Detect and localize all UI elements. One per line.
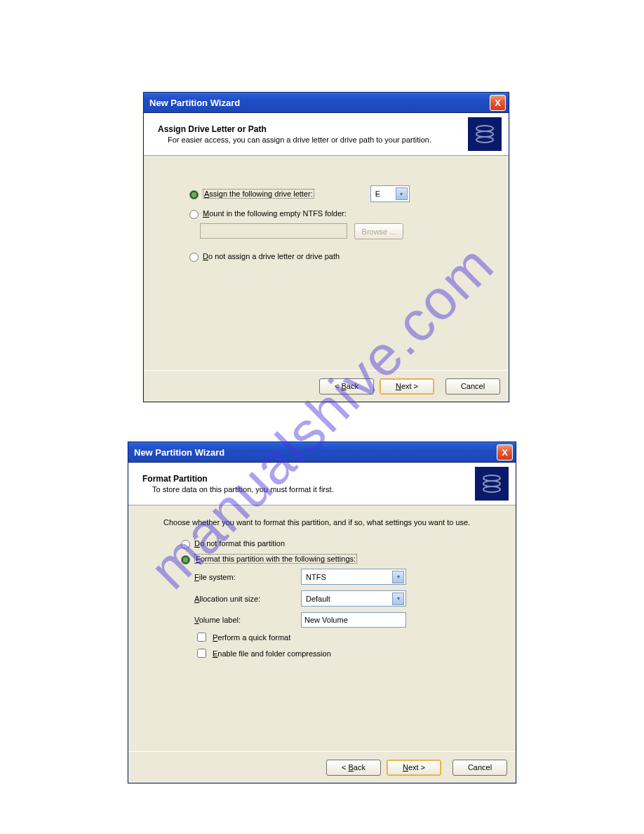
chevron-down-icon: ▾ xyxy=(392,593,404,605)
header-pane: Assign Drive Letter or Path For easier a… xyxy=(144,113,509,156)
filesystem-label: File system: xyxy=(194,573,293,581)
window-title: New Partition Wizard xyxy=(134,447,224,458)
body-pane: Assign the following drive letter: E ▾ M… xyxy=(144,156,509,370)
volume-label-input[interactable] xyxy=(301,612,406,628)
quick-format-checkbox[interactable]: Perform a quick format xyxy=(194,630,495,644)
page-title: Assign Drive Letter or Path xyxy=(158,124,468,134)
back-button[interactable]: < Back xyxy=(319,378,374,395)
radio-format-settings[interactable]: Format this partition with the following… xyxy=(177,553,495,564)
page-subtitle: For easier access, you can assign a driv… xyxy=(158,135,468,144)
close-icon[interactable]: X xyxy=(497,444,513,461)
button-row: < Back Next > Cancel xyxy=(144,370,509,402)
dialog-assign-drive-letter: New Partition Wizard X Assign Drive Lett… xyxy=(143,92,509,402)
body-pane: Choose whether you want to format this p… xyxy=(128,505,516,751)
back-button[interactable]: < Back xyxy=(326,760,381,776)
radio-mount-ntfs[interactable]: Mount in the following empty NTFS folder… xyxy=(186,208,488,219)
disk-icon xyxy=(468,117,502,151)
mount-path-input xyxy=(200,223,347,239)
page-subtitle: To store data on this partition, you mus… xyxy=(142,485,475,494)
filesystem-select[interactable]: NTFS ▾ xyxy=(301,569,406,585)
titlebar[interactable]: New Partition Wizard X xyxy=(144,93,509,113)
radio-no-format[interactable]: Do not format this partition xyxy=(177,538,495,549)
volume-label-label: Volume label: xyxy=(194,616,293,624)
chevron-down-icon: ▾ xyxy=(396,187,408,200)
close-icon[interactable]: X xyxy=(490,95,506,111)
dialog-format-partition: New Partition Wizard X Format Partition … xyxy=(128,442,516,783)
header-pane: Format Partition To store data on this p… xyxy=(128,463,516,505)
drive-letter-select[interactable]: E ▾ xyxy=(370,185,410,202)
svg-point-0 xyxy=(476,126,493,131)
next-button[interactable]: Next > xyxy=(380,378,434,395)
window-title: New Partition Wizard xyxy=(149,98,240,108)
svg-point-5 xyxy=(483,486,500,492)
radio-assign-letter[interactable]: Assign the following drive letter: xyxy=(186,188,314,199)
next-button[interactable]: Next > xyxy=(387,760,441,776)
radio-no-assign[interactable]: Do not assign a drive letter or drive pa… xyxy=(186,251,488,262)
svg-point-1 xyxy=(476,131,493,137)
allocation-label: Allocation unit size: xyxy=(194,595,293,603)
cancel-button[interactable]: Cancel xyxy=(452,760,507,776)
disk-icon xyxy=(475,467,509,501)
compression-checkbox[interactable]: Enable file and folder compression xyxy=(194,647,495,660)
chevron-down-icon: ▾ xyxy=(392,571,404,583)
svg-point-2 xyxy=(476,137,493,143)
button-row: < Back Next > Cancel xyxy=(128,751,516,783)
svg-point-3 xyxy=(483,475,500,481)
cancel-button[interactable]: Cancel xyxy=(445,378,500,395)
svg-point-4 xyxy=(483,481,500,486)
instruction-text: Choose whether you want to format this p… xyxy=(163,518,495,527)
titlebar[interactable]: New Partition Wizard X xyxy=(128,442,516,463)
page-title: Format Partition xyxy=(142,474,475,484)
browse-button: Browse ... xyxy=(354,223,403,239)
allocation-select[interactable]: Default ▾ xyxy=(301,590,406,607)
